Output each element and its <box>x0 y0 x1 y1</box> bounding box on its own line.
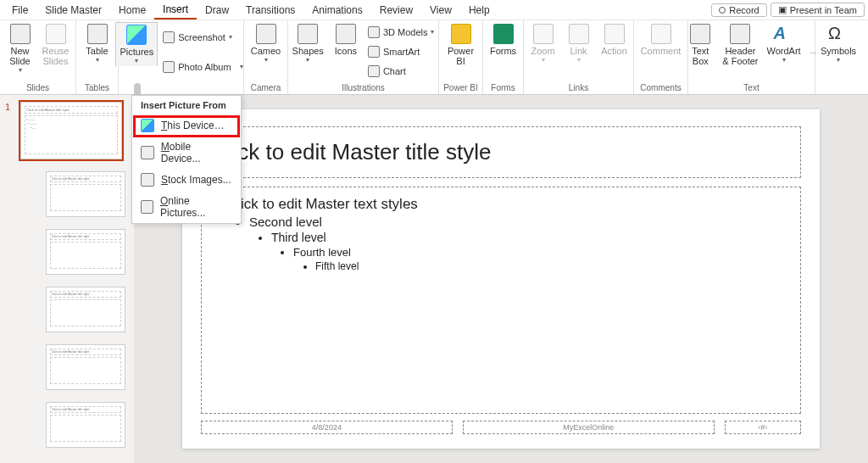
dropdown-header: Insert Picture From <box>132 96 241 114</box>
thumb-layout-2[interactable]: Click to edit Master title style <box>46 229 125 275</box>
present-button[interactable]: ▣Present in Team <box>771 3 865 17</box>
zoom-icon <box>533 24 554 44</box>
zoom-label: Zoom <box>531 46 554 56</box>
menu-help[interactable]: Help <box>460 2 498 19</box>
menu-slide-master[interactable]: Slide Master <box>36 2 110 19</box>
link-button[interactable]: Link▾ <box>562 22 596 65</box>
textbox-button[interactable]: Text Box <box>683 22 717 68</box>
thumb-layout-3[interactable]: Click to edit Master title style <box>46 287 125 332</box>
photo-album-label: Photo Album <box>178 62 231 72</box>
screenshot-label: Screenshot <box>178 32 225 42</box>
symbols-label: Symbols <box>821 46 856 56</box>
textbox-label: Text Box <box>692 46 709 66</box>
ribbon: New Slide▾ Reuse Slides Slides Table▾ Ta… <box>0 20 868 95</box>
forms-label: Forms <box>490 46 516 56</box>
slide-editor: Click to edit Master title style Click t… <box>134 95 868 463</box>
reuse-slides-button[interactable]: Reuse Slides <box>39 22 73 68</box>
menu-animations[interactable]: Animations <box>303 2 370 19</box>
smartart-label: SmartArt <box>383 47 420 57</box>
menu-draw[interactable]: Draw <box>197 2 237 19</box>
present-icon: ▣ <box>778 4 787 15</box>
footer-placeholder[interactable]: MyExcelOnline <box>463 421 715 434</box>
powerbi-button[interactable]: Power BI <box>444 22 478 68</box>
comment-icon <box>651 24 671 44</box>
comment-button[interactable]: Comment <box>637 22 685 58</box>
group-illustrations-label: Illustrations <box>342 83 385 94</box>
shapes-button[interactable]: Shapes▾ <box>289 22 327 65</box>
date-placeholder[interactable]: 4/8/2024 <box>201 421 453 434</box>
header-footer-label: Header & Footer <box>722 46 758 66</box>
title-placeholder[interactable]: Click to edit Master title style <box>201 126 801 178</box>
zoom-button[interactable]: Zoom▾ <box>526 22 560 65</box>
chart-button[interactable]: Chart <box>364 64 438 78</box>
chart-icon <box>368 65 380 77</box>
dd-mobile-device[interactable]: Mobile Device... <box>132 137 241 169</box>
new-slide-icon <box>10 24 31 44</box>
powerbi-icon <box>451 24 471 44</box>
menu-transitions[interactable]: Transitions <box>237 2 303 19</box>
screenshot-button[interactable]: Screenshot▾ <box>159 31 246 44</box>
group-camera: Cameo▾ Camera <box>244 20 288 94</box>
stock-images-icon <box>141 173 154 187</box>
dd-this-device[interactable]: This Device… <box>132 114 241 137</box>
shapes-icon <box>298 24 318 44</box>
menu-file[interactable]: File <box>3 2 36 19</box>
reuse-slides-icon <box>46 24 66 44</box>
dd-stock-images[interactable]: Stock Images... <box>132 169 241 191</box>
mini-title: Click to edit Master title style <box>25 106 118 114</box>
table-button[interactable]: Table▾ <box>81 22 114 65</box>
smartart-button[interactable]: SmartArt <box>364 45 438 59</box>
group-slides: New Slide▾ Reuse Slides Slides <box>0 20 76 94</box>
symbols-icon: Ω <box>828 24 849 44</box>
record-button[interactable]: Record <box>711 3 766 17</box>
menu-review[interactable]: Review <box>371 2 421 19</box>
bullet-level-1: Click to edit Master text styles Second … <box>227 196 790 272</box>
group-comments: Comment Comments <box>634 20 688 94</box>
menu-view[interactable]: View <box>421 2 460 19</box>
thumb-layout-4[interactable]: Click to edit Master title style <box>46 344 125 390</box>
action-button[interactable]: Action <box>598 22 632 58</box>
record-icon <box>719 7 726 14</box>
new-slide-button[interactable]: New Slide▾ <box>3 22 37 75</box>
dd-stock-images-label: Stock Images... <box>161 174 231 186</box>
menu-insert[interactable]: Insert <box>154 1 197 20</box>
record-label: Record <box>729 5 759 15</box>
thumb-master[interactable]: Click to edit Master title style • —— • … <box>20 102 122 159</box>
photo-album-button[interactable]: Photo Album▾ <box>159 60 246 74</box>
icons-label: Icons <box>335 46 357 56</box>
pictures-button[interactable]: Pictures▾ <box>115 22 158 66</box>
menu-home[interactable]: Home <box>110 2 154 19</box>
body-placeholder[interactable]: Click to edit Master text styles Second … <box>201 187 801 414</box>
online-pictures-icon <box>141 200 153 214</box>
reuse-slides-label: Reuse Slides <box>42 46 70 66</box>
mini-body: • —— • —— • — <box>25 115 118 154</box>
main-area: 1 Click to edit Master title style • —— … <box>0 95 868 463</box>
mobile-device-icon <box>141 146 154 159</box>
menu-bar: File Slide Master Home Insert Draw Trans… <box>0 0 868 20</box>
chart-label: Chart <box>383 66 406 76</box>
icons-icon <box>336 24 356 44</box>
powerbi-label: Power BI <box>448 46 474 66</box>
symbols-button[interactable]: ΩSymbols▾ <box>817 22 860 65</box>
bullet-level-5: Fifth level <box>315 260 790 272</box>
header-footer-button[interactable]: Header & Footer <box>719 22 761 68</box>
3d-models-button[interactable]: 3D Models▾ <box>364 25 438 39</box>
link-icon <box>569 24 589 44</box>
thumbnail-panel: 1 Click to edit Master title style • —— … <box>0 95 134 463</box>
table-label: Table <box>86 46 108 56</box>
pictures-label: Pictures <box>120 47 153 57</box>
slide-canvas[interactable]: Click to edit Master title style Click t… <box>182 109 820 449</box>
action-icon <box>604 24 625 44</box>
wordart-button[interactable]: AWordArt▾ <box>764 22 804 65</box>
thumb-layout-1[interactable]: Click to edit Master title style <box>46 171 125 217</box>
pagenum-placeholder[interactable]: ‹#› <box>725 421 801 434</box>
cameo-button[interactable]: Cameo▾ <box>248 22 284 65</box>
header-footer-icon <box>730 24 750 44</box>
dd-online-pictures[interactable]: Online Pictures... <box>132 191 241 223</box>
table-icon <box>87 24 108 44</box>
icons-button[interactable]: Icons <box>329 22 363 58</box>
3d-models-label: 3D Models <box>383 27 428 37</box>
forms-button[interactable]: Forms <box>487 22 520 58</box>
wordart-icon: A <box>774 24 794 44</box>
thumb-layout-5[interactable]: Click to edit Master title style <box>46 402 125 448</box>
